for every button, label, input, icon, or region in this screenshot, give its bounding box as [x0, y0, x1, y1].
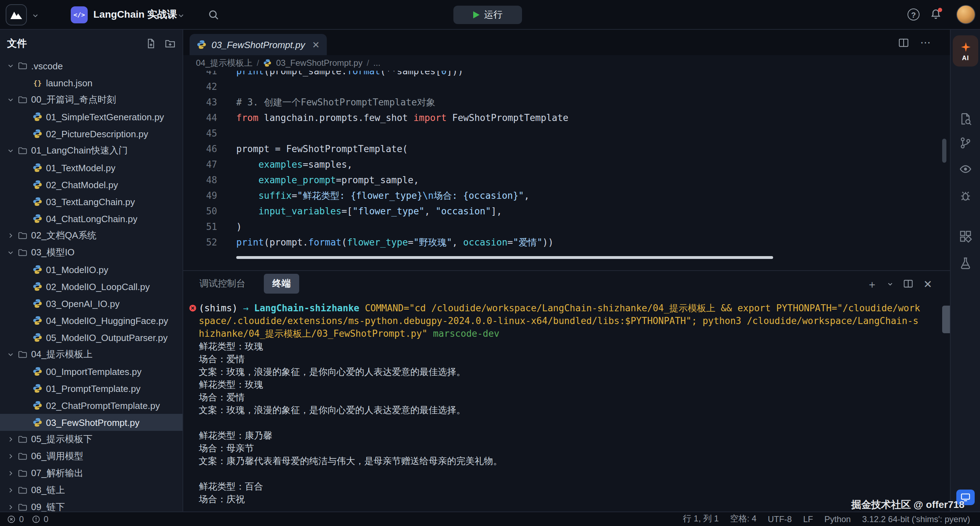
tree-item-folder[interactable]: 04_提示模板上 — [0, 346, 183, 363]
breadcrumb-item[interactable]: 04_提示模板上 — [196, 57, 253, 69]
breadcrumb[interactable]: 04_提示模板上/03_FewShotPrompt.py/... — [183, 55, 950, 71]
split-panel-icon[interactable] — [904, 279, 913, 289]
line-number: 45 — [183, 126, 217, 142]
editor-region: 03_FewShotPrompt.py ✕ ⋯ 04_提示模板上/03_FewS… — [183, 30, 950, 512]
search-icon[interactable] — [208, 9, 219, 21]
tree-item-folder[interactable]: 03_模型IO — [0, 244, 183, 261]
tree-item-file[interactable]: 03_TextLangChain.py — [0, 193, 183, 210]
tree-item-file[interactable]: 03_FewShotPrompt.py — [0, 414, 183, 431]
terminal[interactable]: (shims) → LangChain-shizhanke COMMAND="c… — [199, 302, 923, 506]
run-button[interactable]: 运行 — [453, 6, 522, 24]
help-icon[interactable]: ? — [907, 8, 920, 21]
tree-item-file[interactable]: 02_PictureDescription.py — [0, 125, 183, 142]
extensions-icon[interactable] — [959, 230, 972, 243]
app-logo[interactable] — [6, 4, 27, 26]
code-text: examples=samples, — [236, 157, 353, 173]
new-file-icon[interactable] — [146, 38, 156, 49]
ai-label: AI — [962, 54, 969, 61]
tree-item-file[interactable]: 01_SimpleTextGeneration.py — [0, 108, 183, 125]
tree-item-file[interactable]: 01_PromptTemplate.py — [0, 380, 183, 397]
preview-eye-icon[interactable] — [959, 163, 972, 175]
close-panel-icon[interactable]: ✕ — [923, 278, 932, 289]
statusbar-item[interactable]: UTF-8 — [768, 514, 792, 524]
statusbar-item[interactable]: LF — [803, 514, 813, 524]
horizontal-scrollbar[interactable] — [236, 256, 773, 259]
code-text: prompt = FewShotPromptTemplate( — [236, 142, 408, 157]
new-terminal-icon[interactable]: ＋ — [867, 278, 877, 289]
tests-flask-icon[interactable] — [959, 257, 972, 269]
tree-item-file[interactable]: 01_TextModel.py — [0, 159, 183, 176]
notification-badge — [938, 8, 942, 12]
tree-item-folder[interactable]: 00_开篇词_奇点时刻 — [0, 91, 183, 108]
tree-item-file[interactable]: 00_ImportTemplates.py — [0, 363, 183, 380]
code-line[interactable]: 47 examples=samples, — [183, 157, 950, 173]
new-folder-icon[interactable] — [165, 38, 175, 49]
tree-item-file[interactable]: 04_ModelIO_HuggingFace.py — [0, 312, 183, 329]
ai-assistant-button[interactable]: AI — [953, 35, 978, 67]
workspace-title[interactable]: LangChain 实战课 — [93, 8, 177, 21]
tree-item-folder[interactable]: .vscode — [0, 57, 183, 74]
folder-icon — [18, 485, 28, 495]
tree-item-file[interactable]: 01_ModelIO.py — [0, 261, 183, 278]
editor-scrollbar[interactable] — [942, 139, 947, 163]
split-editor-icon[interactable] — [898, 37, 909, 48]
chevron-down-icon[interactable] — [32, 12, 39, 19]
terminal-output-line: 鲜花类型：康乃馨 — [199, 429, 923, 442]
notifications-bell-icon[interactable] — [930, 8, 942, 20]
chevron-down-icon[interactable] — [178, 12, 185, 19]
explorer-header: 文件 — [0, 30, 183, 57]
code-editor[interactable]: 41print(prompt_sample.format(**samples[0… — [183, 71, 950, 260]
code-line[interactable]: 46prompt = FewShotPromptTemplate( — [183, 142, 950, 157]
tree-item-file[interactable]: 04_ChatLongChain.py — [0, 210, 183, 227]
tree-item-file[interactable]: {}launch.json — [0, 74, 183, 91]
breadcrumb-item[interactable]: ... — [374, 58, 380, 68]
user-avatar[interactable] — [956, 5, 975, 24]
source-control-icon[interactable] — [959, 137, 972, 149]
tree-item-label: 08_链上 — [31, 484, 65, 497]
code-line[interactable]: 41print(prompt_sample.format(**samples[0… — [183, 71, 950, 79]
tree-item-file[interactable]: 03_OpenAI_IO.py — [0, 295, 183, 312]
panel-tab-inactive[interactable]: 调试控制台 — [191, 274, 254, 293]
debug-bug-icon[interactable] — [959, 190, 972, 202]
tree-item-folder[interactable]: 08_链上 — [0, 482, 183, 499]
code-line[interactable]: 48 example_prompt=prompt_sample, — [183, 173, 950, 188]
tree-item-folder[interactable]: 05_提示模板下 — [0, 431, 183, 448]
errors-icon[interactable] — [7, 515, 16, 523]
tree-item-folder[interactable]: 01_LangChain快速入门 — [0, 142, 183, 159]
code-line[interactable]: 51) — [183, 219, 950, 235]
tree-item-file[interactable]: 02_ChatPromptTemplate.py — [0, 397, 183, 414]
chevron-down-icon[interactable] — [887, 281, 894, 287]
code-line[interactable]: 52print(prompt.format(flower_type="野玫瑰",… — [183, 235, 950, 250]
code-line[interactable]: 50 input_variables=["flower_type", "occa… — [183, 204, 950, 219]
tree-item-label: 09_链下 — [31, 501, 65, 512]
file-search-icon[interactable] — [959, 113, 972, 125]
breadcrumb-item[interactable]: 03_FewShotPrompt.py — [276, 58, 363, 68]
editor-tab[interactable]: 03_FewShotPrompt.py ✕ — [189, 34, 327, 55]
python-file-icon — [33, 282, 43, 292]
panel-tab-active[interactable]: 终端 — [264, 274, 299, 293]
statusbar-item[interactable]: 行 1, 列 1 — [683, 513, 719, 525]
tree-item-file[interactable]: 02_ModelIO_LoopCall.py — [0, 278, 183, 295]
terminal-scrollbar[interactable] — [942, 306, 950, 333]
statusbar-item[interactable]: Python — [824, 514, 851, 524]
tree-item-file[interactable]: 05_ModelIO_OutputParser.py — [0, 329, 183, 346]
tab-close-icon[interactable]: ✕ — [312, 39, 320, 50]
code-text: suffix="鲜花类型: {flower_type}\n场合: {occasi… — [236, 188, 530, 204]
more-actions-icon[interactable]: ⋯ — [920, 36, 932, 49]
tree-item-folder[interactable]: 09_链下 — [0, 499, 183, 512]
code-text: input_variables=["flower_type", "occasio… — [236, 204, 502, 219]
code-line[interactable]: 42 — [183, 79, 950, 95]
tree-item-folder[interactable]: 02_文档QA系统 — [0, 227, 183, 244]
warnings-count: 0 — [43, 514, 48, 524]
statusbar-item[interactable]: 空格: 4 — [730, 513, 756, 525]
warnings-icon[interactable] — [32, 515, 40, 523]
tree-item-file[interactable]: 02_ChatModel.py — [0, 176, 183, 193]
statusbar-item[interactable]: 3.12.2 64-bit ('shims': pyenv) — [862, 514, 970, 524]
tree-item-folder[interactable]: 06_调用模型 — [0, 448, 183, 465]
code-line[interactable]: 49 suffix="鲜花类型: {flower_type}\n场合: {occ… — [183, 188, 950, 204]
code-line[interactable]: 45 — [183, 126, 950, 142]
code-line[interactable]: 44from langchain.prompts.few_shot import… — [183, 110, 950, 126]
python-file-icon — [33, 333, 43, 343]
tree-item-folder[interactable]: 07_解析输出 — [0, 465, 183, 482]
code-line[interactable]: 43# 3. 创建一个FewShotPromptTemplate对象 — [183, 95, 950, 110]
